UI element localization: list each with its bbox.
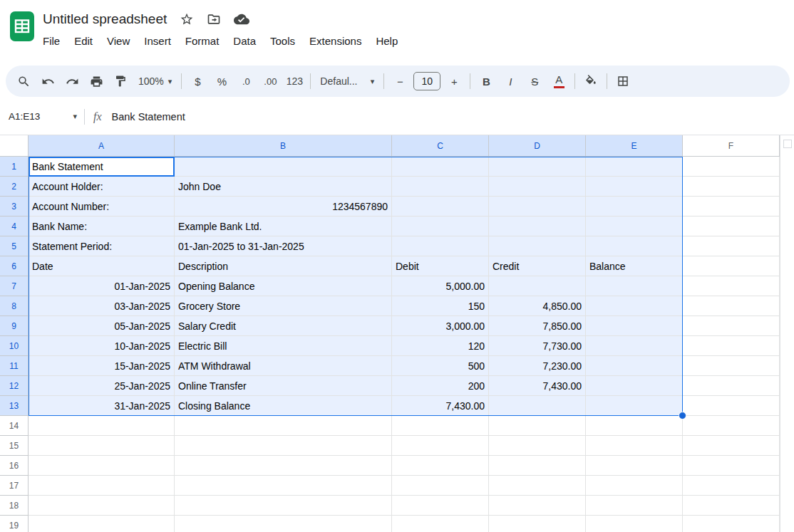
row-header-13[interactable]: 13 — [0, 396, 29, 416]
print-button[interactable] — [84, 70, 108, 93]
cell-D16[interactable] — [489, 456, 586, 476]
cell-E2[interactable] — [586, 177, 683, 197]
strikethrough-button[interactable]: S — [522, 70, 547, 93]
row-header-17[interactable]: 17 — [0, 476, 29, 496]
cell-A19[interactable] — [29, 516, 175, 532]
cell-C4[interactable] — [392, 217, 489, 236]
cell-C8[interactable]: 150 — [392, 296, 489, 316]
cell-E6[interactable]: Balance — [586, 256, 683, 276]
cell-C1[interactable] — [392, 157, 489, 177]
cell-D10[interactable]: 7,730.00 — [489, 336, 586, 356]
document-title[interactable]: Untitled spreadsheet — [43, 11, 167, 27]
fill-color-button[interactable] — [579, 70, 603, 93]
cell-D18[interactable] — [489, 496, 586, 516]
text-color-button[interactable]: A — [547, 70, 571, 93]
cell-E15[interactable] — [586, 436, 683, 456]
cell-C10[interactable]: 120 — [392, 336, 489, 356]
cell-F7[interactable] — [683, 276, 780, 296]
cell-B17[interactable] — [175, 476, 392, 496]
cell-D14[interactable] — [489, 416, 586, 436]
cell-C18[interactable] — [392, 496, 489, 516]
cell-A3[interactable]: Account Number: — [29, 197, 175, 217]
move-folder-icon[interactable] — [207, 12, 221, 26]
cell-F18[interactable] — [683, 496, 780, 516]
cell-F11[interactable] — [683, 356, 780, 376]
cell-F12[interactable] — [683, 376, 780, 396]
cell-E11[interactable] — [586, 356, 683, 376]
decrease-font-size-button[interactable]: − — [388, 70, 412, 93]
cell-C19[interactable] — [392, 516, 489, 532]
cell-C9[interactable]: 3,000.00 — [392, 316, 489, 336]
menu-edit[interactable]: Edit — [67, 33, 100, 49]
cell-F6[interactable] — [683, 256, 780, 276]
cell-F2[interactable] — [683, 177, 780, 197]
cell-D15[interactable] — [489, 436, 586, 456]
cell-D12[interactable]: 7,430.00 — [489, 376, 586, 396]
cell-B2[interactable]: John Doe — [175, 177, 392, 197]
vertical-scrollbar[interactable] — [780, 135, 794, 532]
column-header-A[interactable]: A — [29, 135, 175, 157]
cell-C2[interactable] — [392, 177, 489, 197]
scrollbar-box[interactable] — [783, 140, 792, 148]
cell-F9[interactable] — [683, 316, 780, 336]
cell-B9[interactable]: Salary Credit — [175, 316, 392, 336]
cell-C5[interactable] — [392, 236, 489, 256]
cell-D17[interactable] — [489, 476, 586, 496]
cell-F4[interactable] — [683, 217, 780, 236]
redo-button[interactable] — [60, 70, 84, 93]
cell-F16[interactable] — [683, 456, 780, 476]
cell-F5[interactable] — [683, 236, 780, 256]
cell-A16[interactable] — [29, 456, 175, 476]
row-header-7[interactable]: 7 — [0, 276, 29, 296]
cell-E16[interactable] — [586, 456, 683, 476]
column-header-E[interactable]: E — [586, 135, 683, 157]
cell-A15[interactable] — [29, 436, 175, 456]
cell-A11[interactable]: 15-Jan-2025 — [29, 356, 175, 376]
cell-F3[interactable] — [683, 197, 780, 217]
search-icon[interactable] — [11, 70, 36, 93]
cell-C3[interactable] — [392, 197, 489, 217]
cell-F17[interactable] — [683, 476, 780, 496]
row-header-1[interactable]: 1 — [0, 157, 29, 177]
name-box[interactable]: A1:E13 ▾ — [0, 111, 84, 122]
cell-F1[interactable] — [683, 157, 780, 177]
cell-C14[interactable] — [392, 416, 489, 436]
row-header-18[interactable]: 18 — [0, 496, 29, 516]
cell-B6[interactable]: Description — [175, 256, 392, 276]
cell-B16[interactable] — [175, 456, 392, 476]
more-formats-button[interactable]: 123 — [282, 70, 306, 93]
cell-D4[interactable] — [489, 217, 586, 236]
cell-B18[interactable] — [175, 496, 392, 516]
increase-decimal-button[interactable]: .00 — [258, 70, 282, 93]
cell-B14[interactable] — [175, 416, 392, 436]
column-header-F[interactable]: F — [683, 135, 780, 157]
cell-E4[interactable] — [586, 217, 683, 236]
fill-handle[interactable] — [679, 412, 686, 419]
undo-button[interactable] — [36, 70, 60, 93]
row-header-5[interactable]: 5 — [0, 236, 29, 256]
column-header-D[interactable]: D — [489, 135, 586, 157]
decrease-decimal-button[interactable]: .0 — [234, 70, 258, 93]
cell-B10[interactable]: Electric Bill — [175, 336, 392, 356]
cell-A7[interactable]: 01-Jan-2025 — [29, 276, 175, 296]
cell-A17[interactable] — [29, 476, 175, 496]
cell-D9[interactable]: 7,850.00 — [489, 316, 586, 336]
cell-D8[interactable]: 4,850.00 — [489, 296, 586, 316]
menu-format[interactable]: Format — [178, 33, 227, 49]
cell-B1[interactable] — [175, 157, 392, 177]
row-header-19[interactable]: 19 — [0, 516, 29, 532]
row-header-14[interactable]: 14 — [0, 416, 29, 436]
cell-E17[interactable] — [586, 476, 683, 496]
menu-tools[interactable]: Tools — [263, 33, 302, 49]
cell-F15[interactable] — [683, 436, 780, 456]
row-header-3[interactable]: 3 — [0, 197, 29, 217]
cell-E12[interactable] — [586, 376, 683, 396]
cell-E3[interactable] — [586, 197, 683, 217]
cell-A12[interactable]: 25-Jan-2025 — [29, 376, 175, 396]
cell-A14[interactable] — [29, 416, 175, 436]
menu-data[interactable]: Data — [226, 33, 263, 49]
cell-C6[interactable]: Debit — [392, 256, 489, 276]
cell-F14[interactable] — [683, 416, 780, 436]
select-all-corner[interactable] — [0, 135, 29, 157]
cell-E8[interactable] — [586, 296, 683, 316]
